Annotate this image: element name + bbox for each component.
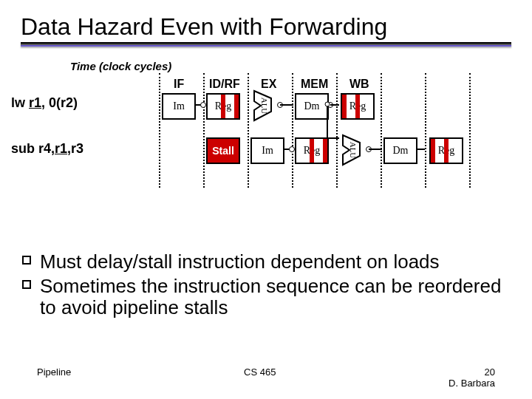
cycle-divider [203, 73, 205, 188]
port [200, 102, 206, 108]
cycle-divider [469, 73, 471, 188]
unit-im: Im [162, 93, 196, 120]
wire [369, 149, 382, 150]
unit-reg: Reg [206, 93, 240, 120]
unit-dm: Dm [383, 137, 417, 164]
wire [280, 104, 293, 106]
stage-label-idrf: ID/RF [209, 78, 240, 91]
cycle-divider [381, 73, 382, 188]
footer-left: Pipeline [37, 366, 71, 389]
port [289, 146, 295, 152]
stage-label-if: IF [174, 78, 184, 91]
unit-reg: Reg [295, 137, 329, 164]
time-label: Time (clock cycles) [70, 60, 171, 72]
instr-lw: lw r1, 0(r2) [11, 95, 78, 111]
cycle-divider [159, 73, 160, 188]
stage-label-wb: WB [349, 78, 369, 91]
footer-center: CS 465 [244, 366, 276, 389]
pipeline-diagram: Time (clock cycles) IF ID/RF EX MEM WB l… [70, 60, 484, 193]
bullet-list: Must delay/stall instruction dependent o… [22, 251, 502, 321]
unit-reg: Reg [429, 137, 463, 164]
page-title: Data Hazard Even with Forwarding [0, 0, 532, 42]
unit-stall: Stall [206, 137, 240, 164]
stage-label-mem: MEM [301, 78, 328, 91]
instr-sub: sub r4,r1,r3 [11, 141, 83, 157]
wire [416, 149, 425, 150]
title-underline [21, 42, 511, 47]
footer: Pipeline CS 465 20D. Barbara [0, 366, 532, 389]
bullet-item: Sometimes the instruction sequence can b… [22, 276, 502, 318]
unit-dm: Dm [295, 93, 329, 120]
footer-right: 20D. Barbara [449, 366, 495, 389]
cycle-divider [248, 73, 249, 188]
svg-point-2 [325, 102, 330, 106]
unit-im: Im [250, 137, 284, 164]
cycle-divider [425, 73, 426, 188]
forwarding-wire [326, 103, 351, 143]
bullet-item: Must delay/stall instruction dependent o… [22, 251, 502, 273]
bullet-marker-icon [22, 256, 31, 265]
bullet-marker-icon [22, 280, 31, 289]
cycle-divider [292, 73, 293, 188]
